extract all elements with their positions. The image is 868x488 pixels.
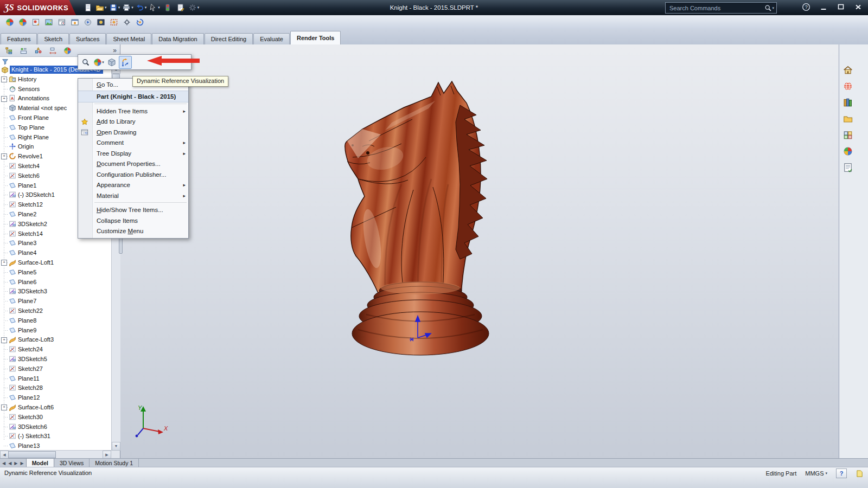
file-properties-button[interactable] [175, 2, 187, 14]
tree-item-plane3[interactable]: Plane3 [0, 239, 111, 248]
maximize-button[interactable] [834, 1, 848, 13]
bottom-tab-model[interactable]: Model [26, 459, 54, 467]
tree-item-plane4[interactable]: Plane4 [0, 248, 111, 258]
tree-item-sketch30[interactable]: Sketch30 [0, 412, 111, 422]
dropdown-caret-icon[interactable]: ▾ [105, 5, 107, 10]
menu-item-document-properties[interactable]: Document Properties... [78, 159, 188, 170]
menu-item-open-drawing[interactable]: Open Drawing [78, 127, 188, 138]
search-dropdown-caret[interactable]: ▾ [772, 6, 774, 10]
tab-features[interactable]: Features [1, 33, 37, 44]
minimize-button[interactable] [816, 1, 831, 13]
tab-sheet-metal[interactable]: Sheet Metal [106, 33, 151, 44]
tab-surfaces[interactable]: Surfaces [69, 33, 106, 44]
file-explorer-tab[interactable] [841, 113, 854, 125]
menu-item-configuration-publisher[interactable]: Configuration Publisher... [78, 170, 188, 181]
tree-item-surface-loft3[interactable]: +Surface-Loft3 [0, 335, 111, 345]
tab-evaluate[interactable]: Evaluate [253, 33, 290, 44]
custom-properties-tab[interactable] [841, 162, 854, 174]
expand-plus-icon[interactable]: + [1, 96, 7, 102]
dropdown-caret-icon[interactable]: ▾ [118, 5, 120, 10]
displaymanager-tab[interactable] [61, 44, 73, 56]
scroll-right-button[interactable]: ▶ [103, 451, 111, 459]
help-button[interactable]: ? [799, 1, 813, 13]
final-render-button[interactable] [95, 16, 107, 28]
filter-funnel-icon[interactable] [2, 58, 9, 65]
options-button[interactable]: ▾ [188, 2, 200, 14]
menu-item-appearance[interactable]: Appearance▸ [78, 180, 188, 191]
preview-window-button[interactable] [69, 16, 81, 28]
tab-sketch[interactable]: Sketch [37, 33, 69, 44]
tree-item-sketch27[interactable]: Sketch27 [0, 364, 111, 374]
status-tag-icon[interactable] [856, 470, 864, 478]
menu-item-customize-menu[interactable]: Customize Menu [78, 226, 188, 237]
recall-last-render-button[interactable] [134, 16, 146, 28]
select-button[interactable]: ▾ [148, 2, 161, 14]
expand-plus-icon[interactable]: + [1, 260, 7, 266]
propertymanager-tab[interactable] [17, 44, 29, 56]
render-region-button[interactable] [108, 16, 120, 28]
menu-item-hide-show-tree-items[interactable]: Hide/Show Tree Items... [78, 205, 188, 216]
tree-item-plane13[interactable]: Plane13 [0, 441, 111, 451]
dropdown-caret-icon[interactable]: ▾ [145, 5, 147, 10]
menu-item-tree-display[interactable]: Tree Display▸ [78, 149, 188, 159]
print-button[interactable]: ▾ [122, 2, 134, 14]
undo-button[interactable]: ▾ [135, 2, 148, 14]
menu-item-collapse-items[interactable]: Collapse Items [78, 216, 188, 227]
tree-item-sketch31[interactable]: (-) Sketch31 [0, 431, 111, 441]
dropdown-caret-icon[interactable]: ▾ [131, 5, 133, 10]
tree-item-plane6[interactable]: Plane6 [0, 277, 111, 287]
integrated-preview-button[interactable] [82, 16, 94, 28]
dynamic-reference-button[interactable] [119, 56, 132, 69]
solidworks-resources-tab[interactable] [841, 80, 854, 92]
rebuild-button[interactable] [162, 2, 174, 14]
schedule-render-button[interactable] [56, 16, 68, 28]
tree-item-plane12[interactable]: Plane12 [0, 393, 111, 402]
new-document-button[interactable] [82, 2, 94, 14]
dropdown-caret-icon[interactable]: ▾ [102, 60, 104, 65]
horizontal-scroll-thumb[interactable] [8, 451, 56, 458]
quick-tips-button[interactable]: ? [836, 468, 847, 478]
tree-item-plane11[interactable]: Plane11 [0, 374, 111, 383]
open-button[interactable]: ▾ [95, 2, 107, 14]
menu-item-hidden-tree-items[interactable]: Hidden Tree Items▸ [78, 106, 188, 117]
tree-item-sketch24[interactable]: Sketch24 [0, 344, 111, 354]
close-button[interactable] [851, 1, 865, 13]
tree-horizontal-scrollbar[interactable]: ◀ ▶ [0, 450, 111, 458]
tab-nav-2[interactable]: ▶ [13, 461, 18, 466]
menu-item-add-to-library[interactable]: Add to Library [78, 117, 188, 127]
appearances-tab[interactable] [841, 145, 854, 157]
copy-appearance-button[interactable] [17, 16, 29, 28]
dimxpertmanager-tab[interactable] [47, 44, 59, 56]
view-palette-tab[interactable] [841, 129, 854, 141]
tree-item-sketch22[interactable]: Sketch22 [0, 306, 111, 316]
tree-item-surface-loft1[interactable]: +Surface-Loft1 [0, 258, 111, 267]
tree-item-3dsketch3[interactable]: 3D3DSketch3 [0, 287, 111, 297]
tree-item-sketch28[interactable]: Sketch28 [0, 383, 111, 393]
dropdown-caret-icon[interactable]: ▾ [158, 5, 160, 10]
tree-item-surface-loft6[interactable]: +Surface-Loft6 [0, 402, 111, 412]
configurationmanager-tab[interactable] [32, 44, 44, 56]
search-commands-box[interactable]: Search Commands ▾ [665, 2, 777, 14]
design-library-tab[interactable] [841, 97, 854, 108]
expand-plus-icon[interactable]: + [1, 76, 7, 82]
featuremanager-tab[interactable] [3, 44, 15, 56]
zoom-fit-button[interactable] [80, 56, 92, 68]
tree-item-plane8[interactable]: Plane8 [0, 316, 111, 325]
units-selector[interactable]: MMGS ▾ [805, 470, 827, 477]
expand-plus-icon[interactable]: + [1, 153, 7, 159]
tree-item-plane9[interactable]: Plane9 [0, 325, 111, 335]
tab-nav-1[interactable]: ◀ [7, 461, 12, 466]
menu-item-comment[interactable]: Comment▸ [78, 138, 188, 149]
render-options-button[interactable] [121, 16, 133, 28]
tree-item-plane7[interactable]: Plane7 [0, 296, 111, 306]
graphics-area[interactable]: Y X [120, 44, 839, 458]
material-button[interactable] [106, 56, 118, 68]
edit-decal-button[interactable] [30, 16, 42, 28]
tree-item-3dsketch6[interactable]: 3D3DSketch6 [0, 422, 111, 432]
search-icon[interactable] [764, 4, 772, 12]
tree-item-3dsketch5[interactable]: 3D3DSketch5 [0, 354, 111, 364]
menu-item-material[interactable]: Material▸ [78, 191, 188, 202]
scroll-left-button[interactable]: ◀ [0, 451, 9, 459]
dropdown-caret-icon[interactable]: ▾ [197, 5, 200, 10]
edit-scene-button[interactable] [43, 16, 55, 28]
